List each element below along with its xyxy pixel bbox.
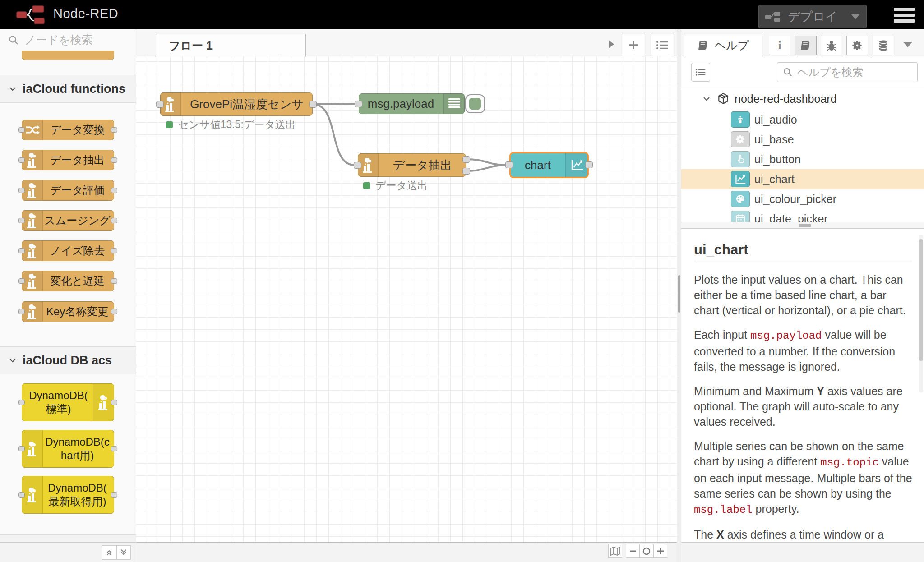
double-chevron-down-icon xyxy=(119,548,128,557)
flow-node-extract[interactable]: データ抽出 xyxy=(358,153,466,177)
palette-node-DynamoDB(最新取得用)[interactable]: DynamoDB(最新取得用) xyxy=(22,476,114,514)
node-label: GrovePi温湿度センサ xyxy=(181,93,312,115)
input-port[interactable] xyxy=(355,101,362,107)
gear-icon xyxy=(851,40,863,51)
map-icon xyxy=(610,546,621,556)
sidebar-menu-caret-icon[interactable] xyxy=(903,42,912,47)
deploy-button[interactable]: デプロイ xyxy=(758,5,867,28)
help-toc-button[interactable] xyxy=(691,63,710,82)
input-port[interactable] xyxy=(505,161,513,168)
palette-node-データ抽出[interactable]: データ抽出 xyxy=(22,150,114,170)
chart-icon xyxy=(565,153,588,177)
workspace-tab-flow1[interactable]: フロー 1 xyxy=(156,34,306,57)
gear-icon xyxy=(731,131,750,147)
palette-node-label: 変化と遅延 xyxy=(43,271,112,291)
flow-node-debug[interactable]: msg.payload xyxy=(359,93,465,114)
tab-info-button[interactable]: i xyxy=(769,36,790,55)
zoom-out-button[interactable] xyxy=(626,544,640,558)
zoom-reset-button[interactable] xyxy=(639,544,653,558)
palette-icon xyxy=(731,191,750,207)
output-port[interactable] xyxy=(585,161,593,168)
sidebar-resize-divider[interactable] xyxy=(677,29,681,562)
palette-section-header[interactable]: iaCloud functions xyxy=(0,75,136,103)
flow-node-chart[interactable]: chart xyxy=(509,152,589,178)
palette-section-header[interactable]: iaCloud DB acs xyxy=(0,346,136,374)
plus-icon xyxy=(656,547,665,555)
input-port xyxy=(18,309,25,314)
palette-node-データ変換[interactable]: データ変換 xyxy=(22,120,114,140)
palette-search-input[interactable]: ノードを検索 xyxy=(0,29,136,51)
tree-package-row[interactable]: node-red-dashboard xyxy=(681,89,924,108)
database-icon xyxy=(878,40,889,51)
scroll-tabs-right-icon[interactable] xyxy=(608,40,614,49)
palette-node-スムージング[interactable]: スムージング xyxy=(22,210,114,231)
tree-item-ui_colour_picker[interactable]: ui_colour_picker xyxy=(681,189,924,209)
palette-node-ノイズ除去[interactable]: ノイズ除去 xyxy=(22,240,114,261)
iacloud-icon xyxy=(22,150,43,170)
wire-grovepi-to-extract xyxy=(313,104,355,165)
add-flow-button[interactable] xyxy=(622,34,645,56)
main-menu-button[interactable] xyxy=(894,8,915,26)
output-port xyxy=(111,278,117,284)
palette-node-label: DynamoDB(最新取得用) xyxy=(43,476,112,513)
input-port[interactable] xyxy=(354,162,361,169)
navigator-button[interactable] xyxy=(608,544,622,558)
chevron-down-icon[interactable] xyxy=(703,97,710,101)
tree-item-label: ui_base xyxy=(754,133,794,146)
canvas-grid[interactable]: GrovePi温湿度センサ センサ値13.5:データ送出 msg xyxy=(136,56,677,542)
plus-icon xyxy=(628,40,639,51)
scrollbar-thumb[interactable] xyxy=(919,239,923,361)
calendar-icon xyxy=(731,211,750,222)
input-port xyxy=(18,218,25,223)
input-port xyxy=(18,278,25,284)
input-port xyxy=(18,127,25,133)
node-palette: ノードを検索 iaCloud functionsデータ変換データ抽出データ評価ス… xyxy=(0,29,136,562)
output-port[interactable] xyxy=(309,101,317,108)
tree-item-ui_audio[interactable]: ui_audio xyxy=(681,110,924,129)
tab-help[interactable]: ヘルプ xyxy=(684,34,762,57)
palette-node-データ評価[interactable]: データ評価 xyxy=(22,180,114,201)
info-icon: i xyxy=(778,39,781,52)
tree-item-ui_base[interactable]: ui_base xyxy=(681,129,924,149)
palette-node-label: DynamoDB(標準) xyxy=(24,384,93,421)
tree-horizontal-scrollbar[interactable] xyxy=(681,222,924,229)
header-bar: Node-RED デプロイ xyxy=(0,0,924,29)
node-label: データ抽出 xyxy=(379,154,466,176)
flow-list-button[interactable] xyxy=(651,34,674,56)
palette-collapse-all-button[interactable] xyxy=(102,545,116,560)
tree-item-ui_date_picker[interactable]: ui_date_picker xyxy=(681,209,924,222)
palette-node-変化と遅延[interactable]: 変化と遅延 xyxy=(22,271,114,291)
zoom-in-button[interactable] xyxy=(653,544,667,558)
deploy-options-caret-icon[interactable] xyxy=(851,14,860,19)
help-search-input[interactable]: ヘルプを検索 xyxy=(777,62,918,82)
status-dot-icon xyxy=(363,182,370,189)
flow-node-grovepi[interactable]: GrovePi温湿度センサ xyxy=(160,92,313,116)
palette-expand-all-button[interactable] xyxy=(116,545,131,560)
tab-help-icon-button[interactable] xyxy=(795,36,817,55)
sidebar-footer xyxy=(681,542,924,562)
scrollbar-thumb[interactable] xyxy=(799,224,811,227)
tree-item-ui_chart[interactable]: ui_chart xyxy=(681,169,924,189)
help-paragraphs: Plots the input values on a chart. This … xyxy=(694,272,912,542)
palette-node-label: Key名称変更 xyxy=(43,302,112,322)
tab-context-button[interactable] xyxy=(873,36,894,55)
help-vertical-scrollbar[interactable] xyxy=(919,235,923,392)
output-port-2[interactable] xyxy=(462,168,470,175)
tree-item-ui_button[interactable]: ui_button xyxy=(681,149,924,169)
palette-section-label: iaCloud functions xyxy=(23,82,125,96)
input-port[interactable] xyxy=(156,101,164,108)
output-port xyxy=(111,446,117,451)
tab-debug-button[interactable] xyxy=(821,36,842,55)
debug-toggle-button[interactable] xyxy=(465,94,485,113)
palette-node-DynamoDB(標準)[interactable]: DynamoDB(標準) xyxy=(22,383,114,421)
tree-item-label: ui_date_picker xyxy=(754,212,828,222)
help-title-rule xyxy=(694,263,912,263)
palette-node-Key名称変更[interactable]: Key名称変更 xyxy=(22,301,114,322)
tab-config-button[interactable] xyxy=(846,36,868,55)
palette-node-DynamoDB(chart用)[interactable]: DynamoDB(chart用) xyxy=(22,430,114,468)
output-port-1[interactable] xyxy=(462,156,470,163)
circle-icon xyxy=(642,547,651,556)
palette-node-clipped[interactable] xyxy=(22,51,114,60)
tab-help-label: ヘルプ xyxy=(715,38,749,53)
divider-scroll-thumb[interactable] xyxy=(678,275,680,313)
